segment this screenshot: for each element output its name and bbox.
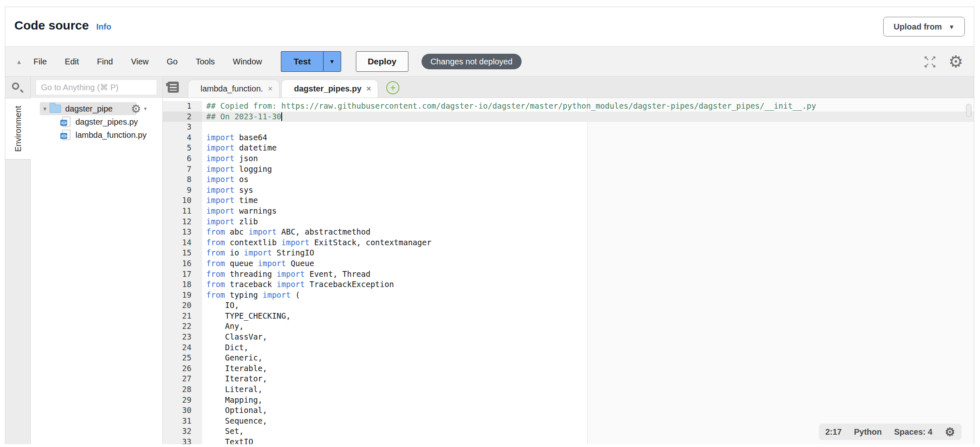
code-text[interactable]: from io import StringIO <box>202 248 974 258</box>
code-line[interactable]: 24 Dict, <box>163 342 974 353</box>
code-text[interactable]: Iterator, <box>202 374 974 384</box>
line-number[interactable]: 14 <box>163 237 202 248</box>
line-number[interactable]: 15 <box>163 248 202 258</box>
code-text[interactable]: import zlib <box>202 217 974 227</box>
code-line[interactable]: 21 TYPE_CHECKING, <box>163 311 974 322</box>
environment-tab[interactable]: Environment <box>5 98 31 160</box>
tree-file-row[interactable]: <>lambda_function.py <box>31 128 162 141</box>
code-text[interactable]: Optional, <box>202 405 974 416</box>
code-line[interactable]: 26 Iterable, <box>163 363 974 374</box>
line-number[interactable]: 7 <box>163 164 202 175</box>
code-line[interactable]: 17from threading import Event, Thread <box>163 269 974 280</box>
code-line[interactable]: 27 Iterator, <box>163 374 974 384</box>
code-line[interactable]: 29 Mapping, <box>163 395 974 406</box>
code-line[interactable]: 22 Any, <box>163 321 974 332</box>
line-number[interactable]: 27 <box>163 374 202 384</box>
code-text[interactable]: from contextlib import ExitStack, contex… <box>202 237 974 248</box>
deploy-button[interactable]: Deploy <box>356 51 408 72</box>
code-text[interactable]: import json <box>202 153 974 164</box>
tree-folder-row[interactable]: ▼ dagster_pipes_funct ⚙ ▼ <box>31 102 162 115</box>
line-number[interactable]: 16 <box>163 258 202 269</box>
code-line[interactable]: 11import warnings <box>163 206 974 217</box>
cursor-position[interactable]: 2:17 <box>825 427 842 437</box>
code-text[interactable]: import warnings <box>202 206 974 217</box>
code-line[interactable]: 20 IO, <box>163 300 974 311</box>
code-line[interactable]: 23 ClassVar, <box>163 332 974 342</box>
line-number[interactable]: 23 <box>163 332 202 342</box>
line-number[interactable]: 24 <box>163 342 202 353</box>
code-line[interactable]: 30 Optional, <box>163 405 974 416</box>
line-number[interactable]: 17 <box>163 269 202 280</box>
code-text[interactable]: Generic, <box>202 353 974 363</box>
test-caret-button[interactable]: ▼ <box>323 51 341 72</box>
line-number[interactable]: 10 <box>163 195 202 206</box>
test-button[interactable]: Test <box>281 51 323 72</box>
code-line[interactable]: 10import time <box>163 195 974 206</box>
line-number[interactable]: 5 <box>163 143 202 153</box>
code-text[interactable]: import os <box>202 174 974 185</box>
code-line[interactable]: 15from io import StringIO <box>163 248 974 258</box>
code-line[interactable]: 14from contextlib import ExitStack, cont… <box>163 237 974 248</box>
code-line[interactable]: 3 <box>163 122 974 132</box>
line-number[interactable]: 1 <box>163 101 202 112</box>
code-text[interactable]: from typing import ( <box>202 290 974 301</box>
line-number[interactable]: 8 <box>163 174 202 185</box>
code-line[interactable]: 12import zlib <box>163 217 974 227</box>
line-number[interactable]: 21 <box>163 311 202 322</box>
code-text[interactable]: Iterable, <box>202 363 974 374</box>
menu-item-go[interactable]: Go <box>166 57 178 66</box>
code-text[interactable]: ClassVar, <box>202 332 974 342</box>
line-number[interactable]: 11 <box>163 206 202 217</box>
code-text[interactable]: import logging <box>202 164 974 175</box>
info-link[interactable]: Info <box>96 22 112 32</box>
code-text[interactable] <box>202 122 974 132</box>
line-number[interactable]: 13 <box>163 227 202 237</box>
line-number[interactable]: 29 <box>163 395 202 406</box>
code-line[interactable]: 25 Generic, <box>163 353 974 363</box>
line-number[interactable]: 28 <box>163 384 202 395</box>
code-text[interactable]: ## On 2023-11-30 <box>202 112 974 122</box>
goto-anything-input[interactable] <box>36 80 157 95</box>
line-number[interactable]: 9 <box>163 185 202 196</box>
code-text[interactable]: from abc import ABC, abstractmethod <box>202 227 974 237</box>
line-number[interactable]: 12 <box>163 217 202 227</box>
line-number[interactable]: 2 <box>163 112 202 122</box>
code-line[interactable]: 16from queue import Queue <box>163 258 974 269</box>
code-text[interactable]: Any, <box>202 321 974 332</box>
line-number[interactable]: 22 <box>163 321 202 332</box>
folder-caret-icon[interactable]: ▼ <box>42 106 49 112</box>
language-label[interactable]: Python <box>854 427 882 437</box>
code-text[interactable]: import sys <box>202 185 974 196</box>
line-number[interactable]: 18 <box>163 279 202 290</box>
code-text[interactable]: from queue import Queue <box>202 258 974 269</box>
line-number[interactable]: 33 <box>163 437 202 444</box>
statusbar-gear-icon[interactable]: ⚙ <box>945 425 955 439</box>
settings-gear-icon[interactable]: ⚙ <box>948 52 963 71</box>
code-line[interactable]: 9import sys <box>163 185 974 196</box>
menu-item-tools[interactable]: Tools <box>196 57 215 66</box>
code-line[interactable]: 18from traceback import TracebackExcepti… <box>163 279 974 290</box>
code-line[interactable]: 5import datetime <box>163 143 974 153</box>
line-number[interactable]: 30 <box>163 405 202 416</box>
tab-close-icon[interactable]: × <box>367 84 371 94</box>
upload-from-button[interactable]: Upload from ▼ <box>883 17 965 36</box>
tab-dagster_pipespy[interactable]: dagster_pipes.py× <box>281 80 378 98</box>
tree-gear-menu[interactable]: ⚙ ▼ <box>131 102 148 116</box>
code-text[interactable]: import datetime <box>202 143 974 153</box>
code-text[interactable]: import time <box>202 195 974 206</box>
line-number[interactable]: 31 <box>163 416 202 426</box>
code-text[interactable]: ## Copied from: https://raw.githubuserco… <box>202 101 974 112</box>
menu-item-file[interactable]: File <box>34 57 47 66</box>
code-line[interactable]: 2## On 2023-11-30 <box>163 112 974 122</box>
spaces-label[interactable]: Spaces: 4 <box>894 427 932 437</box>
line-number[interactable]: 20 <box>163 300 202 311</box>
files-list-icon[interactable] <box>168 82 179 93</box>
line-number[interactable]: 6 <box>163 153 202 164</box>
code-text[interactable]: Dict, <box>202 342 974 353</box>
code-text[interactable]: Mapping, <box>202 395 974 406</box>
new-tab-button[interactable]: + <box>386 81 399 94</box>
line-number[interactable]: 3 <box>163 122 202 132</box>
search-icon[interactable] <box>11 82 23 94</box>
tree-file-row[interactable]: <>dagster_pipes.py <box>31 115 162 128</box>
code-text[interactable]: IO, <box>202 300 974 311</box>
